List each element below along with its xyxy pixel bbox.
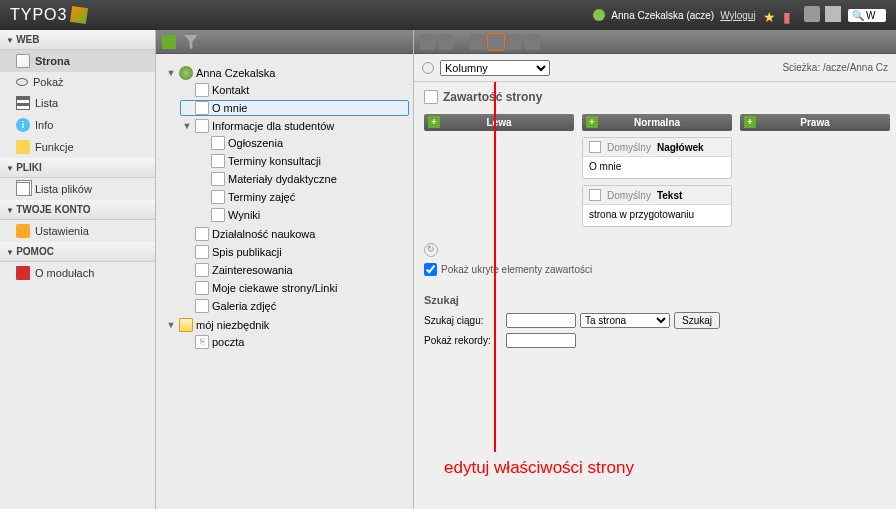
tree-node-label: Kontakt (212, 84, 249, 96)
search-scope-select[interactable]: Ta strona (580, 313, 670, 328)
page-title: Zawartość strony (424, 90, 886, 104)
page-icon (195, 263, 209, 277)
reload-icon[interactable]: ↻ (424, 243, 438, 257)
logo-icon (70, 6, 88, 24)
star-icon[interactable]: ★ (763, 9, 779, 25)
tree-node[interactable]: ▼mój niezbędnik (164, 317, 409, 333)
i-info-icon: i (16, 118, 30, 132)
content-columns: +Lewa+NormalnaDomyślny NagłówekO mnieDom… (424, 114, 886, 227)
save-icon[interactable] (420, 34, 436, 50)
camera-icon[interactable] (804, 6, 820, 22)
page-tree: ▼Anna CzekalskaKontaktO mnie▼Informacje … (156, 54, 413, 362)
column-header: +Lewa (424, 114, 574, 131)
page-icon (211, 208, 225, 222)
tree-node[interactable]: ▼Informacje dla studentów (180, 118, 409, 134)
show-hidden-toggle[interactable]: Pokaż ukryte elementy zawartości (424, 263, 886, 276)
i-func-icon (16, 140, 30, 154)
edit-icon[interactable] (825, 6, 841, 22)
history-icon[interactable] (470, 34, 486, 50)
tree-node[interactable]: Terminy zajęć (196, 189, 409, 205)
add-content-icon[interactable]: + (586, 116, 598, 128)
content-body: Zawartość strony +Lewa+NormalnaDomyślny … (414, 82, 896, 509)
tree-toolbar (156, 30, 413, 54)
tree-node[interactable]: Ogłoszenia (196, 135, 409, 151)
logout-link[interactable]: Wyloguj (720, 10, 755, 21)
add-content-icon[interactable]: + (744, 116, 756, 128)
tree-node[interactable]: Kontakt (180, 82, 409, 98)
bookmark-icon[interactable]: ▮ (783, 9, 799, 25)
tree-node[interactable]: Wyniki (196, 207, 409, 223)
page-icon: ⎘ (195, 335, 209, 349)
global-search-input[interactable] (866, 10, 882, 21)
sidebar-item-funkcje[interactable]: Funkcje (0, 136, 155, 158)
ce-title: Nagłówek (657, 142, 704, 153)
sidebar-item-pokaż[interactable]: Pokaż (0, 72, 155, 92)
tree-node[interactable]: Terminy konsultacji (196, 153, 409, 169)
add-content-icon[interactable]: + (428, 116, 440, 128)
search-string-input[interactable] (506, 313, 576, 328)
close-icon[interactable] (438, 34, 454, 50)
top-bar: TYPO3 Anna Czekalska (acze) Wyloguj ★ ▮ … (0, 0, 896, 30)
tree-node[interactable]: Działalność naukowa (180, 226, 409, 242)
sidebar-section-header[interactable]: PLIKI (0, 158, 155, 178)
move-icon[interactable] (506, 34, 522, 50)
ce-header: Domyślny Nagłówek (583, 138, 731, 157)
tree-node[interactable]: ⎘poczta (180, 334, 409, 350)
sidebar-item-label: O modułach (35, 267, 94, 279)
tree-node[interactable]: Zainteresowania (180, 262, 409, 278)
new-content-icon[interactable] (524, 34, 540, 50)
tree-node[interactable]: Galeria zdjęć (180, 298, 409, 314)
tree-root[interactable]: ▼Anna Czekalska (164, 65, 409, 81)
sidebar-item-lista[interactable]: Lista (0, 92, 155, 114)
i-files-icon (16, 182, 30, 196)
tree-node[interactable]: Moje ciekawe strony/Linki (180, 280, 409, 296)
ce-title: Tekst (657, 190, 682, 201)
i-book-icon (16, 266, 30, 280)
search-button[interactable]: Szukaj (674, 312, 720, 329)
sidebar-section-header[interactable]: POMOC (0, 242, 155, 262)
tree-node-label: Spis publikacji (212, 246, 282, 258)
tree-node-label: Ogłoszenia (228, 137, 283, 149)
filter-icon[interactable] (184, 35, 198, 49)
tree-toggle[interactable]: ▼ (166, 68, 176, 78)
content-column: +NormalnaDomyślny NagłówekO mnieDomyślny… (582, 114, 732, 227)
tree-node-label: Zainteresowania (212, 264, 293, 276)
tree-node[interactable]: Materiały dydaktyczne (196, 171, 409, 187)
content-element[interactable]: Domyślny Tekststrona w przygotowaniu (582, 185, 732, 227)
tree-node[interactable]: Spis publikacji (180, 244, 409, 260)
search-string-label: Szukaj ciągu: (424, 315, 502, 326)
sidebar-item-label: Funkcje (35, 141, 74, 153)
sidebar-section-header[interactable]: WEB (0, 30, 155, 50)
ce-header: Domyślny Tekst (583, 186, 731, 205)
tree-node[interactable]: O mnie (180, 100, 409, 116)
topbar-icons: ★ ▮ (762, 6, 842, 25)
layout-icon (422, 62, 434, 74)
page-icon (195, 299, 209, 313)
content-element[interactable]: Domyślny NagłówekO mnie (582, 137, 732, 179)
column-name: Prawa (800, 117, 829, 128)
tree-toggle[interactable]: ▼ (182, 121, 192, 131)
sidebar-item-o modułach[interactable]: O modułach (0, 262, 155, 284)
global-search[interactable]: 🔍 (848, 9, 886, 22)
edit-page-properties-icon[interactable] (488, 34, 504, 50)
tree-toggle[interactable]: ▼ (166, 320, 176, 330)
new-page-icon[interactable] (162, 35, 176, 49)
content-toolbar (414, 30, 896, 54)
ce-type: Domyślny (607, 142, 651, 153)
i-list-icon (16, 96, 30, 110)
show-hidden-checkbox[interactable] (424, 263, 437, 276)
page-icon (211, 154, 225, 168)
sidebar-item-info[interactable]: iInfo (0, 114, 155, 136)
sidebar-section-header[interactable]: TWOJE KONTO (0, 200, 155, 220)
sidebar-item-lista plików[interactable]: Lista plików (0, 178, 155, 200)
show-records-input[interactable] (506, 333, 576, 348)
layout-select[interactable]: Kolumny (440, 60, 550, 76)
page-icon (195, 227, 209, 241)
sidebar-item-strona[interactable]: Strona (0, 50, 155, 72)
tree-node-label: Anna Czekalska (196, 67, 276, 79)
sidebar-item-ustawienia[interactable]: Ustawienia (0, 220, 155, 242)
tree-node-label: Informacje dla studentów (212, 120, 334, 132)
tree-node-label: Działalność naukowa (212, 228, 315, 240)
sidebar-item-label: Strona (35, 55, 70, 67)
user-icon (593, 9, 605, 21)
